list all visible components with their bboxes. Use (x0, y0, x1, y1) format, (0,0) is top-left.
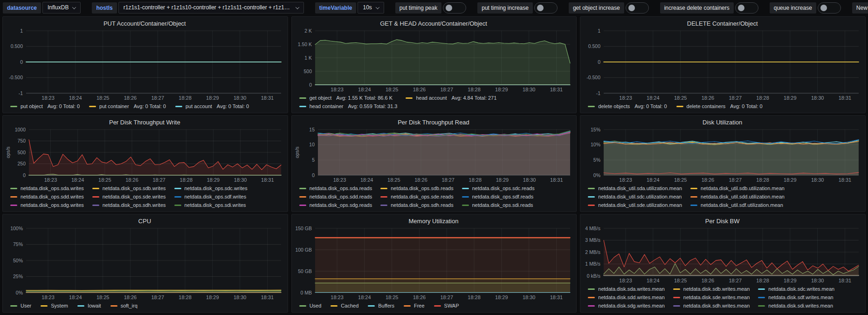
svg-text:0: 0 (20, 59, 23, 65)
legend-color-swatch (462, 196, 469, 198)
variable-hostls-select[interactable]: r1z1s1-controller + r1z1s10-controller +… (118, 2, 304, 14)
panel-memory-utilization: Memory Utilization 18:2318:2418:2518:261… (291, 214, 577, 313)
legend-item[interactable]: netdata.disk_util.sdf.utilization.mean (690, 201, 785, 209)
legend-label: netdata.disk_ops.sdi.writes (185, 201, 246, 209)
legend-item[interactable]: netdata.disk_ops.sdc.reads (462, 185, 535, 192)
toggle-increase-delete-containers: increase delete containers (660, 2, 758, 14)
panel-cpu: CPU 18:2318:2418:2518:2618:2718:2818:291… (2, 214, 288, 313)
toggle-increase-delete-containers-switch[interactable] (735, 2, 758, 14)
svg-text:18:23: 18:23 (333, 177, 346, 183)
variable-timevariable-select[interactable]: 10s (358, 2, 384, 14)
legend-item[interactable]: netdata.disk_util.sdb.utilization.mean (690, 185, 785, 192)
panel-title[interactable]: Disk Utilization (582, 116, 862, 126)
chart-canvas[interactable]: 18:2318:2418:2518:2618:2718:2818:2918:30… (5, 126, 285, 184)
toggle-queue-increase-switch[interactable] (818, 2, 841, 14)
legend-item[interactable]: netdata.disk_ops.sda.writes (10, 185, 84, 192)
panel-title[interactable]: Per Disk Throughput Read (294, 116, 574, 126)
legend-item[interactable]: netdata.disk_ops.sde.reads (380, 193, 454, 201)
chart-canvas[interactable]: 18:2318:2418:2518:2618:2718:2818:2918:30… (5, 27, 285, 102)
chart-canvas[interactable]: 18:2318:2418:2518:2618:2718:2818:2918:30… (5, 225, 285, 301)
legend-item[interactable]: netdata.disk_ops.sdg.writes (10, 201, 84, 209)
legend-item[interactable]: netdata.disk.sdg.writes.mean (588, 302, 664, 310)
panel-grid: PUT Account/Container/Object 18:2318:241… (0, 15, 868, 313)
legend-item[interactable]: Iowait (77, 302, 101, 310)
legend-item[interactable]: netdata.disk_util.sde.utilization.mean (588, 201, 682, 209)
legend-item[interactable]: netdata.disk.sdh.writes.mean (673, 302, 750, 310)
legend-item[interactable]: netdata.disk_ops.sdh.reads (380, 201, 454, 209)
chart-canvas[interactable]: 18:2318:2418:2518:2618:2718:2818:2918:30… (582, 126, 862, 184)
legend-item[interactable]: netdata.disk_ops.sdf.reads (462, 193, 535, 201)
panel-title[interactable]: Per Disk Throughput Write (5, 116, 285, 126)
legend-item[interactable]: netdata.disk_ops.sde.writes (92, 193, 166, 201)
legend-item[interactable]: netdata.disk_ops.sdb.writes (92, 185, 166, 192)
chart-canvas[interactable]: 18:2318:2418:2518:2618:2718:2818:2918:30… (582, 225, 862, 284)
legend-item[interactable]: netdata.disk_util.sdd.utilization.mean (690, 193, 785, 201)
legend-item[interactable]: Buffers (368, 302, 394, 310)
legend-item[interactable]: Used (299, 302, 322, 310)
legend-color-swatch (462, 205, 469, 206)
legend-item[interactable]: netdata.disk_ops.sdf.writes (174, 193, 248, 201)
variable-datasource-label: datasource (3, 2, 41, 14)
legend-label: netdata.disk_ops.sdb.reads (391, 185, 454, 192)
svg-text:1 MB/s: 1 MB/s (586, 261, 601, 267)
legend-item[interactable]: netdata.disk.sdd.writes.mean (588, 294, 664, 301)
svg-text:0: 0 (312, 172, 315, 178)
legend-label: Cached (341, 302, 358, 310)
toggle-put-timing-peak-switch[interactable] (443, 2, 466, 14)
legend-item[interactable]: netdata.disk_ops.sdi.writes (174, 201, 248, 209)
legend-item[interactable]: get objectAvg: 1.55 K Total: 86.6 K (299, 94, 398, 102)
legend-item[interactable]: head accountAvg: 4.84 Total: 271 (406, 94, 496, 102)
toggle-put-timing-increase-switch[interactable] (534, 2, 558, 14)
legend-item[interactable]: netdata.disk.sdf.writes.mean (758, 294, 834, 301)
chart-canvas[interactable]: 18:2318:2418:2518:2618:2718:2818:2918:30… (294, 225, 574, 301)
legend-item[interactable]: delete objectsAvg: 0 Total: 0 (588, 103, 667, 110)
legend-item[interactable]: netdata.disk.sda.writes.mean (588, 285, 664, 293)
legend-item[interactable]: User (10, 302, 31, 310)
legend-item[interactable]: put containerAvg: 0 Total: 0 (89, 103, 166, 110)
chart-canvas[interactable]: 18:2318:2418:2518:2618:2718:2818:2918:30… (294, 126, 574, 184)
variable-datasource-select[interactable]: InfluxDB (42, 2, 81, 14)
legend-color-swatch (588, 106, 595, 107)
legend-item[interactable]: netdata.disk.sde.writes.mean (673, 294, 750, 301)
svg-text:10: 10 (309, 142, 315, 147)
legend-item[interactable]: netdata.disk_ops.sda.reads (299, 185, 372, 192)
legend-item[interactable]: System (41, 302, 68, 310)
legend-item[interactable]: put objectAvg: 0 Total: 0 (10, 103, 80, 110)
panel-title[interactable]: DELETE Container/Object (582, 18, 862, 27)
legend-item[interactable]: SWAP (434, 302, 459, 310)
legend-item[interactable]: netdata.disk_ops.sdc.writes (174, 185, 248, 192)
legend-item[interactable]: put accountAvg: 0 Total: 0 (175, 103, 249, 110)
panel-title[interactable]: GET & HEAD Account/Container/Object (294, 18, 574, 27)
legend-item[interactable]: netdata.disk_ops.sdd.writes (10, 193, 84, 201)
legend-item[interactable]: netdata.disk.sdc.writes.mean (758, 285, 834, 293)
legend-item[interactable]: netdata.disk_util.sdc.utilization.mean (588, 193, 682, 201)
legend-item[interactable]: Cached (331, 302, 358, 310)
legend-item[interactable]: soft_irq (110, 302, 138, 310)
legend-item[interactable]: head containerAvg: 0.559 Total: 31.3 (299, 103, 398, 110)
toggle-get-object-increase-switch[interactable] (626, 2, 649, 14)
toggle-get-object-increase-label: get object increase (569, 2, 624, 14)
chart-canvas[interactable]: 18:2318:2418:2518:2618:2718:2818:2918:30… (294, 27, 574, 93)
svg-text:18:26: 18:26 (702, 177, 715, 183)
svg-text:18:30: 18:30 (811, 177, 824, 183)
legend-item[interactable]: netdata.disk_ops.sdh.writes (92, 201, 166, 209)
panel-title[interactable]: Per Disk BW (582, 215, 862, 225)
legend-item[interactable]: netdata.disk.sdb.writes.mean (673, 285, 750, 293)
legend-item[interactable]: netdata.disk_ops.sdd.reads (299, 193, 372, 201)
legend-item[interactable]: netdata.disk_ops.sdi.reads (462, 201, 535, 209)
toggle-put-timing-increase-label: put timing increase (477, 2, 533, 14)
panel-title[interactable]: CPU (5, 215, 285, 225)
legend-color-swatch (89, 106, 96, 107)
svg-text:18:31: 18:31 (550, 177, 563, 183)
legend-item[interactable]: netdata.disk_ops.sdb.reads (380, 185, 454, 192)
legend-item[interactable]: netdata.disk_ops.sdg.reads (299, 201, 372, 209)
panel-title[interactable]: PUT Account/Container/Object (5, 18, 285, 27)
legend-color-swatch (676, 106, 683, 107)
legend-item[interactable]: Free (404, 302, 425, 310)
chart-canvas[interactable]: 18:2318:2418:2518:2618:2718:2818:2918:30… (582, 27, 862, 102)
panel-title[interactable]: Memory Utilization (294, 215, 574, 225)
legend-color-swatch (380, 188, 387, 189)
legend-item[interactable]: netdata.disk.sdi.writes.mean (758, 302, 834, 310)
legend-item[interactable]: delete containersAvg: 0 Total: 0 (676, 103, 763, 110)
legend-item[interactable]: netdata.disk_util.sda.utilization.mean (588, 185, 682, 192)
